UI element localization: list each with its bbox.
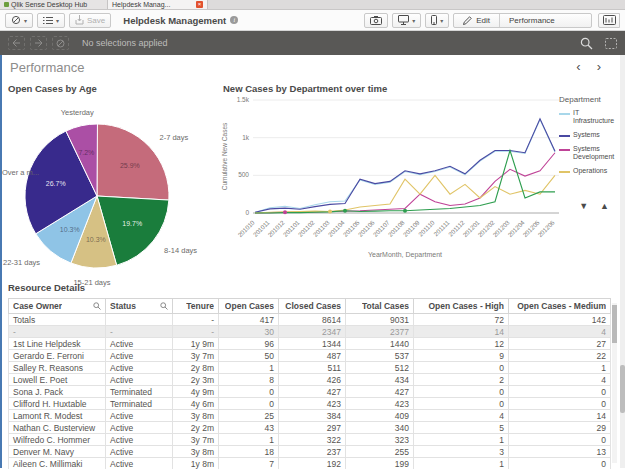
previous-sheet-button[interactable]: ‹ (576, 60, 580, 74)
table-cell[interactable]: Active (106, 338, 173, 350)
app-title: Helpdesk Management (123, 15, 226, 26)
close-tab-icon[interactable]: × (196, 1, 203, 8)
legend-label: Systems Development (573, 145, 617, 161)
cell-case-owner[interactable]: Sona J. Pack (9, 386, 106, 398)
table-cell[interactable]: Active (106, 410, 173, 422)
table-cell[interactable]: Terminated (106, 398, 173, 410)
resource-details-table: Case OwnerStatusTenureOpen CasesClosed C… (8, 298, 611, 469)
cell-case-owner[interactable]: Salley R. Reasons (9, 362, 106, 374)
page-scrollbar[interactable] (620, 55, 625, 468)
browser-tab-app[interactable]: Helpdesk Manag... × (108, 0, 208, 9)
cell-case-owner[interactable]: Lowell E. Poet (9, 374, 106, 386)
table-cell: 1y 8m (173, 458, 219, 469)
global-menu-button[interactable]: ▾ (37, 13, 65, 28)
column-header-status[interactable]: Status (106, 299, 173, 314)
info-icon[interactable]: i (230, 16, 238, 24)
data-point-marker (343, 209, 347, 213)
table-cell: 423 (346, 398, 414, 410)
cell-case-owner[interactable]: Nathan C. Busterview (9, 422, 106, 434)
column-search-icon[interactable] (160, 302, 168, 310)
cell-case-owner[interactable]: Gerardo E. Ferroni (9, 350, 106, 362)
table-cell[interactable]: Active (106, 434, 173, 446)
column-header-open-cases-high[interactable]: Open Cases - High (414, 299, 509, 314)
column-header-open-cases-medium[interactable]: Open Cases - Medium (509, 299, 611, 314)
pie-category-label: 8-14 days (164, 246, 197, 255)
table-cell: 0 (414, 362, 509, 374)
column-search-icon[interactable] (93, 302, 101, 310)
cell-case-owner[interactable]: Aileen C. Millimaki (9, 458, 106, 469)
column-header-label: Open Cases - High (428, 301, 504, 311)
line-series-systems[interactable] (255, 119, 555, 212)
table-cell[interactable]: Active (106, 374, 173, 386)
sheet-selector-button[interactable]: Performance (499, 14, 591, 27)
line-series-it-infrastructure[interactable] (255, 120, 555, 213)
cell-case-owner[interactable]: - (9, 326, 106, 338)
table-cell[interactable]: Terminated (106, 386, 173, 398)
smart-search-icon[interactable] (580, 37, 593, 50)
legend-item-it-infrastructure[interactable]: IT Infrastructure (559, 109, 617, 125)
table-cell: 2y 3m (173, 374, 219, 386)
column-header-tenure[interactable]: Tenure (173, 299, 219, 314)
x-axis-tick: 201206 (536, 218, 556, 238)
navigation-menu-button[interactable]: ▾ (5, 13, 33, 28)
camera-icon (370, 16, 382, 25)
column-header-open-cases[interactable]: Open Cases (219, 299, 279, 314)
cell-case-owner[interactable]: Wilfredo C. Hommer (9, 434, 106, 446)
table-cell: 14 (509, 410, 611, 422)
cell-case-owner[interactable]: 1st Line Helpdesk (9, 338, 106, 350)
table-cell: 142 (509, 314, 611, 326)
column-header-total-cases[interactable]: Total Cases (346, 299, 414, 314)
table-cell[interactable]: Active (106, 350, 173, 362)
device-preview-button[interactable]: ▾ (425, 13, 449, 28)
line-series-operations[interactable] (255, 175, 555, 213)
table-cell (106, 314, 173, 326)
selections-tool-icon[interactable] (605, 37, 617, 50)
selections-bar: No selections applied (0, 31, 625, 55)
legend-scroll-down-icon[interactable]: ▼ (579, 201, 588, 211)
sheet-grid-icon (603, 15, 616, 25)
column-header-case-owner[interactable]: Case Owner (9, 299, 106, 314)
line-series-systems-development[interactable] (255, 153, 555, 213)
table-cell: 4 (414, 410, 509, 422)
table-cell: 0 (414, 386, 509, 398)
table-scrollbar[interactable] (612, 303, 617, 463)
column-header-closed-cases[interactable]: Closed Cases (279, 299, 346, 314)
table-cell: 18 (219, 446, 279, 458)
navigation-icon (11, 15, 21, 25)
step-forward-button[interactable] (30, 36, 47, 50)
table-cell[interactable]: Active (106, 446, 173, 458)
cell-case-owner[interactable]: Denver M. Navy (9, 446, 106, 458)
edit-button[interactable]: Edit (454, 14, 499, 27)
table-cell: 322 (279, 434, 346, 446)
table-cell: 3y 7m (173, 434, 219, 446)
snapshot-camera-button[interactable] (364, 13, 388, 28)
table-cell[interactable]: Active (106, 362, 173, 374)
legend-item-systems[interactable]: Systems (559, 131, 617, 139)
save-button[interactable]: Save (69, 13, 111, 28)
sheet-navigator-button[interactable] (598, 13, 620, 28)
table-cell: 434 (346, 374, 414, 386)
table-row: Salley R. ReasonsActive2y 8m151151201 (9, 362, 611, 374)
table-cell: 1 (414, 434, 509, 446)
next-sheet-button[interactable]: › (597, 60, 601, 74)
table-cell[interactable]: - (106, 326, 173, 338)
cell-case-owner[interactable]: Lamont R. Modest (9, 410, 106, 422)
storytelling-button[interactable]: ▾ (392, 13, 421, 28)
legend-item-operations[interactable]: Operations (559, 167, 617, 175)
table-cell[interactable]: Active (106, 458, 173, 469)
step-back-button[interactable] (8, 36, 25, 50)
table-cell[interactable]: Active (106, 422, 173, 434)
table-cell: 427 (279, 386, 346, 398)
legend-scroll-up-icon[interactable]: ▲ (600, 201, 609, 211)
edit-label: Edit (476, 16, 490, 25)
table-cell: 8 (219, 374, 279, 386)
line-series-unlabeled[interactable] (255, 150, 555, 213)
line-chart-new-cases-by-department[interactable]: New Cases by Department over time 05001k… (215, 79, 625, 279)
browser-tab-hub[interactable]: Qlik Sense Desktop Hub (0, 0, 108, 9)
cell-case-owner[interactable]: Clifford H. Huxtable (9, 398, 106, 410)
clear-selections-button[interactable] (52, 36, 69, 50)
pie-category-label: Over a m... (2, 168, 39, 177)
table-cell: 192 (279, 458, 346, 469)
legend-item-systems-development[interactable]: Systems Development (559, 145, 617, 161)
pie-chart-open-cases-by-age[interactable]: Open Cases by Age 2-7 days25.9%8-14 days… (0, 79, 215, 279)
